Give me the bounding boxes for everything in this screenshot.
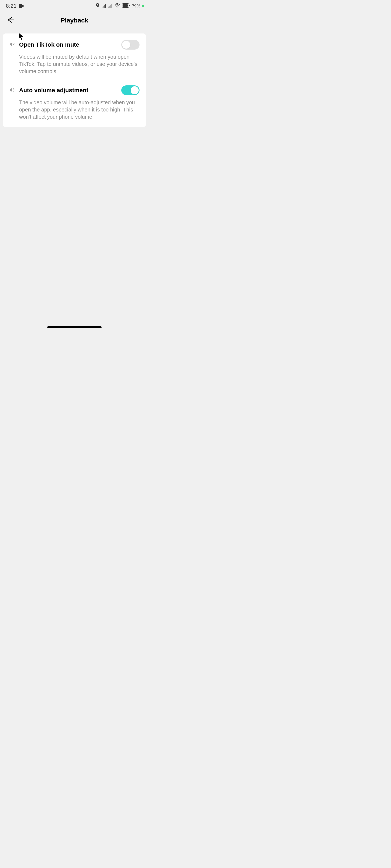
wifi-icon bbox=[115, 3, 120, 9]
setting-open-on-mute: Open TikTok on mute Videos will be muted… bbox=[3, 40, 146, 75]
setting-description: Videos will be muted by default when you… bbox=[19, 53, 140, 75]
svg-rect-4 bbox=[104, 5, 104, 8]
signal-2-icon bbox=[108, 3, 113, 9]
setting-title: Open TikTok on mute bbox=[19, 41, 118, 48]
svg-rect-5 bbox=[105, 4, 106, 8]
mouse-cursor-icon bbox=[18, 32, 24, 41]
app-header: Playback bbox=[0, 12, 149, 29]
open-on-mute-toggle[interactable] bbox=[121, 40, 140, 50]
setting-description: The video volume will be auto-adjusted w… bbox=[19, 99, 140, 120]
page-title: Playback bbox=[61, 17, 88, 24]
status-time: 8:21 bbox=[6, 3, 17, 9]
speaker-mute-icon bbox=[9, 41, 15, 48]
back-button[interactable] bbox=[6, 16, 14, 25]
video-camera-icon bbox=[19, 3, 24, 9]
notification-muted-icon bbox=[95, 3, 100, 9]
green-indicator-dot bbox=[142, 5, 144, 7]
battery-icon bbox=[122, 3, 130, 9]
svg-rect-3 bbox=[103, 6, 103, 8]
status-bar: 8:21 bbox=[0, 0, 149, 12]
svg-rect-9 bbox=[111, 4, 112, 8]
svg-rect-2 bbox=[102, 6, 102, 8]
auto-volume-toggle[interactable] bbox=[121, 85, 140, 95]
speaker-volume-icon bbox=[9, 87, 15, 94]
svg-rect-0 bbox=[19, 4, 22, 8]
svg-rect-12 bbox=[129, 5, 130, 6]
settings-card: Open TikTok on mute Videos will be muted… bbox=[3, 33, 146, 127]
setting-title: Auto volume adjustment bbox=[19, 87, 118, 94]
svg-rect-6 bbox=[108, 6, 109, 8]
svg-rect-13 bbox=[123, 4, 128, 7]
home-indicator[interactable] bbox=[47, 327, 101, 328]
svg-rect-8 bbox=[110, 5, 111, 8]
svg-point-10 bbox=[117, 6, 118, 7]
signal-1-icon bbox=[102, 3, 107, 9]
svg-rect-7 bbox=[109, 6, 110, 8]
battery-percent: 79% bbox=[132, 4, 140, 8]
setting-auto-volume: Auto volume adjustment The video volume … bbox=[3, 85, 146, 120]
